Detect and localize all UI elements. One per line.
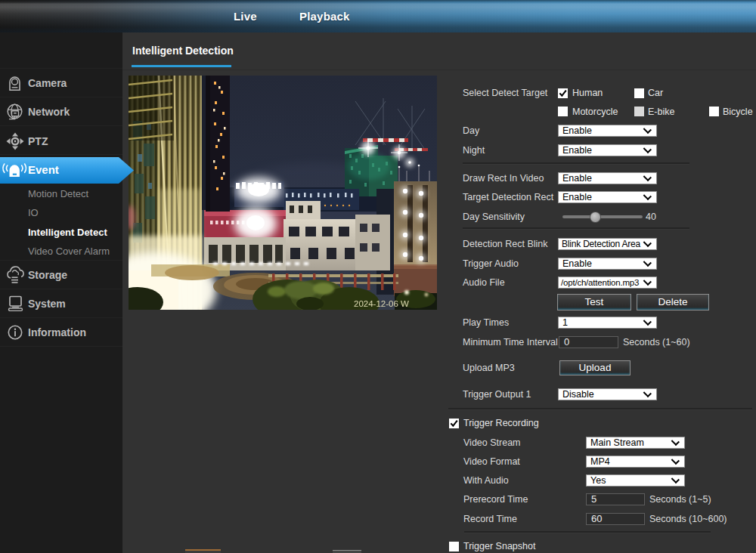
svg-text:2024-12-06 W: 2024-12-06 W [354,299,409,308]
